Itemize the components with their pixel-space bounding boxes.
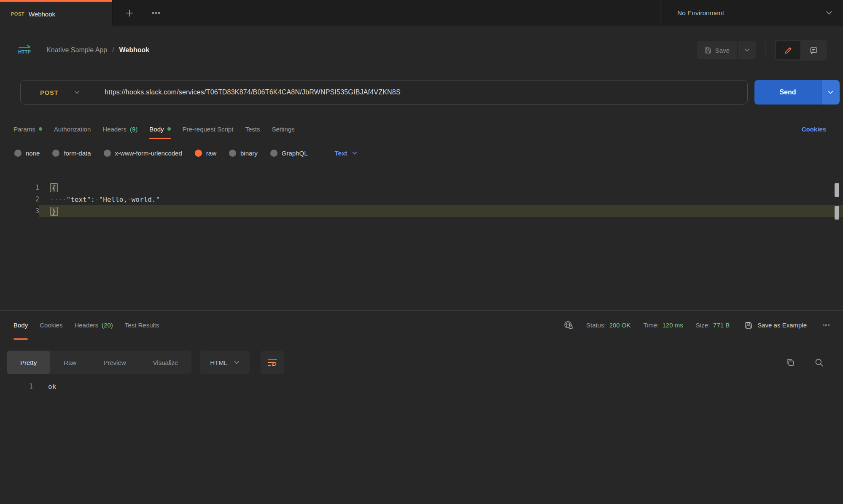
save-options-button[interactable]: [738, 41, 756, 59]
code-line[interactable]: 2····"text":·"Hello,·world.": [6, 193, 843, 205]
raw-format-dropdown[interactable]: Text: [335, 150, 358, 157]
request-body-editor[interactable]: 1{2····"text":·"Hello,·world."3}: [6, 179, 843, 310]
code-content: ····"text":·"Hello,·world.": [39, 193, 843, 205]
line-number: 1: [0, 383, 33, 390]
whitespace-dots: ·: [127, 196, 132, 204]
request-tab-webhook[interactable]: POST Webhook: [0, 0, 112, 26]
tab-label: Body: [149, 126, 164, 133]
tab-label: Body: [13, 322, 28, 329]
response-tab-test-results[interactable]: Test Results: [119, 311, 165, 340]
body-type-label: none: [26, 150, 40, 157]
wrap-text-icon: [268, 359, 277, 366]
comment-icon: [810, 46, 818, 54]
line-number: 3: [6, 207, 39, 215]
chevron-down-icon: [74, 91, 80, 94]
send-button[interactable]: Send: [754, 80, 821, 105]
save-icon: [745, 322, 752, 329]
code-text: ok: [48, 383, 56, 391]
save-as-example-button[interactable]: Save as Example: [745, 322, 807, 329]
send-split-button: Send: [754, 80, 840, 105]
breadcrumb-request-name[interactable]: Webhook: [119, 46, 150, 54]
response-tab-headers[interactable]: Headers(20): [68, 311, 119, 340]
tab-label: Headers: [74, 322, 98, 329]
size-label: Size:: [696, 322, 710, 329]
view-tab-visualize[interactable]: Visualize: [140, 351, 192, 374]
radio-icon: [195, 150, 202, 157]
body-type-label: GraphQL: [282, 150, 308, 157]
copy-response-button[interactable]: [786, 358, 795, 367]
send-options-button[interactable]: [821, 80, 840, 105]
breadcrumb-collection[interactable]: Knative Sample App: [46, 46, 107, 54]
request-tabs: ParamsAuthorizationHeaders(9)BodyPre-req…: [8, 119, 826, 139]
new-tab-button[interactable]: [125, 9, 134, 17]
save-button[interactable]: Save: [697, 41, 737, 59]
body-type-x-www-form-urlencoded[interactable]: x-www-form-urlencoded: [104, 150, 182, 157]
response-tab-cookies[interactable]: Cookies: [34, 311, 68, 340]
scrollbar-marker[interactable]: [835, 183, 839, 197]
body-type-graphql[interactable]: GraphQL: [270, 150, 308, 157]
search-response-button[interactable]: [814, 358, 824, 367]
edit-documentation-button[interactable]: [776, 41, 800, 59]
request-tab-authorization[interactable]: Authorization: [48, 119, 97, 139]
body-type-raw[interactable]: raw: [195, 150, 216, 157]
radio-icon: [14, 150, 22, 157]
environment-selector[interactable]: No Environment: [660, 0, 843, 26]
bracket-highlight: {: [50, 183, 58, 192]
network-info-button[interactable]: [563, 320, 574, 330]
comments-button[interactable]: [801, 41, 826, 59]
response-format-dropdown[interactable]: HTML: [200, 351, 250, 374]
save-split-button: Save: [697, 41, 756, 59]
wrap-lines-button[interactable]: [261, 351, 284, 374]
request-tab-headers[interactable]: Headers(9): [97, 119, 143, 139]
request-tab-pre-request-script[interactable]: Pre-request Script: [177, 119, 240, 139]
scrollbar-marker[interactable]: [835, 206, 839, 220]
body-type-label: binary: [240, 150, 258, 157]
globe-lock-icon: [563, 320, 574, 330]
environment-value: No Environment: [677, 9, 826, 17]
request-header: HTTP Knative Sample App / Webhook Save: [0, 26, 843, 68]
response-header: BodyCookiesHeaders(20)Test Results Statu…: [0, 310, 843, 340]
code-line[interactable]: 3}: [6, 205, 843, 217]
time-pair: Time: 120 ms: [644, 322, 683, 329]
editor-lines: 1{2····"text":·"Hello,·world."3}: [6, 182, 843, 217]
search-icon: [814, 358, 824, 367]
url-bar: POST https://hooks.slack.com/services/T0…: [20, 80, 748, 105]
body-type-none[interactable]: none: [14, 150, 40, 157]
edit-pencil-icon: [784, 46, 792, 54]
status-pair: Status: 200 OK: [586, 322, 631, 329]
request-tab-tests[interactable]: Tests: [239, 119, 266, 139]
request-tab-body[interactable]: Body: [143, 119, 176, 139]
tab-label: Test Results: [125, 322, 159, 329]
body-type-form-data[interactable]: form-data: [52, 150, 91, 157]
response-format-value: HTML: [210, 359, 227, 366]
radio-icon: [52, 150, 59, 157]
breadcrumb-separator: /: [107, 46, 119, 54]
view-tab-raw[interactable]: Raw: [50, 351, 90, 374]
response-tab-body[interactable]: Body: [8, 311, 34, 340]
tab-label: Pre-request Script: [183, 126, 234, 133]
response-lines: 1ok: [0, 380, 843, 393]
code-line[interactable]: 1ok: [0, 380, 843, 393]
cookies-link[interactable]: Cookies: [802, 126, 826, 133]
raw-format-value: Text: [335, 150, 347, 157]
divider: [765, 41, 765, 59]
whitespace-dots: ····: [50, 196, 67, 204]
body-type-label: x-www-form-urlencoded: [115, 150, 182, 157]
tab-strip: [112, 0, 660, 26]
top-tab-bar: POST Webhook No Environment: [0, 0, 843, 26]
request-tab-settings[interactable]: Settings: [266, 119, 300, 139]
url-input[interactable]: https://hooks.slack.com/services/T06TD83…: [91, 88, 747, 96]
radio-icon: [270, 150, 277, 157]
response-options-button[interactable]: [822, 324, 830, 327]
response-body-viewer[interactable]: 1ok: [0, 380, 843, 393]
view-tab-preview[interactable]: Preview: [90, 351, 139, 374]
tab-count: (20): [102, 322, 113, 329]
method-dropdown[interactable]: POST: [21, 89, 91, 96]
status-badge: 200 OK: [609, 322, 631, 329]
body-type-binary[interactable]: binary: [229, 150, 258, 157]
request-tab-params[interactable]: Params: [8, 119, 48, 139]
tab-options-button[interactable]: [151, 11, 161, 15]
code-text: "text":: [67, 196, 95, 204]
code-line[interactable]: 1{: [6, 182, 843, 193]
view-tab-pretty[interactable]: Pretty: [7, 351, 50, 374]
